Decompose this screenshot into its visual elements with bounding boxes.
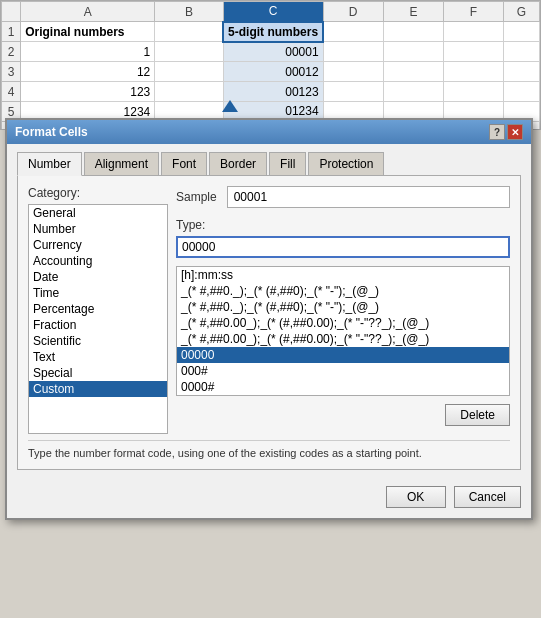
category-item-custom[interactable]: Custom [29,381,167,397]
cell-f1[interactable] [443,22,503,42]
col-header-b[interactable]: B [155,2,223,22]
col-header-g[interactable]: G [503,2,539,22]
dialog-title-buttons: ? ✕ [489,124,523,140]
cell-e2[interactable] [383,42,443,62]
format-item-accounting2[interactable]: _(* #,##0._);_(* (#,##0);_(* "-");_(@_) [177,299,509,315]
format-item-accounting1[interactable]: _(* #,##0._);_(* (#,##0);_(* "-");_(@_) [177,283,509,299]
category-item-general[interactable]: General [29,205,167,221]
tab-content-number: Category: General Number Currency Accoun… [17,175,521,470]
sample-value: 00001 [227,186,510,208]
category-item-text[interactable]: Text [29,349,167,365]
cell-c4[interactable]: 00123 [223,82,323,102]
table-row: 4 123 00123 [2,82,540,102]
format-item-accounting3[interactable]: _(* #,##0.00_);_(* (#,##0.00);_(* "-"??_… [177,315,509,331]
tab-number[interactable]: Number [17,152,82,176]
cell-c1[interactable]: 5-digit numbers [223,22,323,42]
format-item-00-00[interactable]: 00-00 [177,395,509,396]
type-input[interactable] [176,236,510,258]
format-item-accounting4[interactable]: _(* #,##0.00_);_(* (#,##0.00);_(* "-"??_… [177,331,509,347]
dialog-footer: OK Cancel [7,478,531,518]
cell-c2[interactable]: 00001 [223,42,323,62]
category-item-number[interactable]: Number [29,221,167,237]
tab-font[interactable]: Font [161,152,207,176]
tab-alignment[interactable]: Alignment [84,152,159,176]
cell-a2[interactable]: 1 [21,42,155,62]
cell-b2[interactable] [155,42,223,62]
dialog-content: Number Alignment Font Border Fill Protec… [7,144,531,478]
col-header-e[interactable]: E [383,2,443,22]
cell-b4[interactable] [155,82,223,102]
tab-border[interactable]: Border [209,152,267,176]
cell-d1[interactable] [323,22,383,42]
tab-fill[interactable]: Fill [269,152,306,176]
cell-e4[interactable] [383,82,443,102]
tab-protection[interactable]: Protection [308,152,384,176]
category-item-special[interactable]: Special [29,365,167,381]
sample-label: Sample [176,190,217,204]
format-item-0000hash[interactable]: 0000# [177,379,509,395]
cell-a3[interactable]: 12 [21,62,155,82]
table-row: 3 12 00012 [2,62,540,82]
dialog-title: Format Cells [15,125,88,139]
type-label: Type: [176,218,510,232]
dialog-titlebar: Format Cells ? ✕ [7,120,531,144]
cell-a1[interactable]: Original numbers [21,22,155,42]
category-section: Category: General Number Currency Accoun… [28,186,168,434]
cell-g3[interactable] [503,62,539,82]
row-number: 3 [2,62,21,82]
cell-d4[interactable] [323,82,383,102]
cell-e1[interactable] [383,22,443,42]
category-item-date[interactable]: Date [29,269,167,285]
row-number: 1 [2,22,21,42]
category-item-currency[interactable]: Currency [29,237,167,253]
help-text: Type the number format code, using one o… [28,440,510,459]
category-item-accounting[interactable]: Accounting [29,253,167,269]
dialog-help-button[interactable]: ? [489,124,505,140]
cell-a4[interactable]: 123 [21,82,155,102]
cell-g4[interactable] [503,82,539,102]
cell-b1[interactable] [155,22,223,42]
format-item-00000[interactable]: 00000 [177,347,509,363]
category-item-time[interactable]: Time [29,285,167,301]
dialog-close-button[interactable]: ✕ [507,124,523,140]
table-row: 2 1 00001 [2,42,540,62]
row-number: 4 [2,82,21,102]
col-header-a[interactable]: A [21,2,155,22]
cell-e3[interactable] [383,62,443,82]
format-cells-dialog: Format Cells ? ✕ Number Alignment Font B… [5,118,533,520]
category-list[interactable]: General Number Currency Accounting Date … [28,204,168,434]
category-item-percentage[interactable]: Percentage [29,301,167,317]
ok-button[interactable]: OK [386,486,446,508]
delete-button[interactable]: Delete [445,404,510,426]
delete-button-container: Delete [176,404,510,426]
arrow-indicator [222,100,238,112]
cell-g2[interactable] [503,42,539,62]
cell-b3[interactable] [155,62,223,82]
tabs-container: Number Alignment Font Border Fill Protec… [17,152,521,176]
cancel-button[interactable]: Cancel [454,486,521,508]
format-section: Sample 00001 Type: [h]:mm:ss _(* #,##0._… [176,186,510,434]
cell-f4[interactable] [443,82,503,102]
cell-d3[interactable] [323,62,383,82]
format-item-hmmss[interactable]: [h]:mm:ss [177,267,509,283]
cell-c3[interactable]: 00012 [223,62,323,82]
col-header-c[interactable]: C [223,2,323,22]
format-item-000hash[interactable]: 000# [177,363,509,379]
tab-layout: Category: General Number Currency Accoun… [28,186,510,434]
corner-header [2,2,21,22]
cell-f2[interactable] [443,42,503,62]
category-item-fraction[interactable]: Fraction [29,317,167,333]
sample-area: Sample 00001 [176,186,510,208]
format-list[interactable]: [h]:mm:ss _(* #,##0._);_(* (#,##0);_(* "… [176,266,510,396]
row-number: 2 [2,42,21,62]
col-header-d[interactable]: D [323,2,383,22]
table-row: 1 Original numbers 5-digit numbers [2,22,540,42]
cell-d2[interactable] [323,42,383,62]
spreadsheet: A B C D E F G 1 Original numbers 5-digit… [0,0,541,130]
cell-f3[interactable] [443,62,503,82]
cell-g1[interactable] [503,22,539,42]
col-header-f[interactable]: F [443,2,503,22]
category-label: Category: [28,186,168,200]
category-item-scientific[interactable]: Scientific [29,333,167,349]
